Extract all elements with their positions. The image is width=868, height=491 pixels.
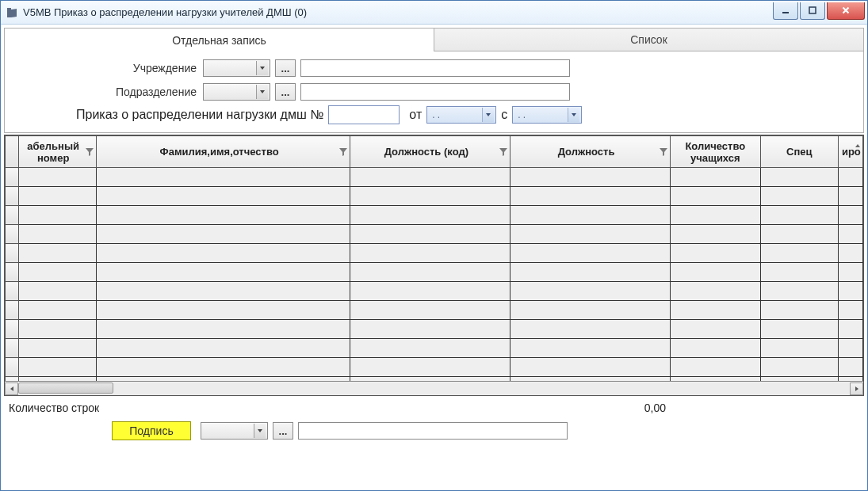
cell[interactable]	[510, 168, 671, 187]
cell[interactable]	[510, 282, 671, 301]
row-header[interactable]	[6, 282, 19, 301]
cell[interactable]	[510, 244, 671, 263]
row-header[interactable]	[6, 244, 19, 263]
cell[interactable]	[510, 225, 671, 244]
cell[interactable]	[18, 282, 96, 301]
cell[interactable]	[350, 263, 510, 282]
cell[interactable]	[350, 320, 510, 339]
cell[interactable]	[838, 225, 862, 244]
grid-body[interactable]: абельный номер Фамилия,имя,отчество Долж…	[5, 135, 863, 381]
row-header[interactable]	[6, 339, 19, 358]
cell[interactable]	[18, 225, 96, 244]
cell[interactable]	[838, 358, 862, 377]
cell[interactable]	[670, 187, 760, 206]
row-header[interactable]	[6, 301, 19, 320]
row-header[interactable]	[6, 168, 19, 187]
col-tail[interactable]: иро	[838, 136, 862, 168]
col-tabno[interactable]: абельный номер	[18, 136, 96, 168]
cell[interactable]	[96, 301, 350, 320]
table-row[interactable]	[6, 168, 863, 187]
filter-icon[interactable]	[85, 147, 94, 157]
filter-icon[interactable]	[338, 147, 348, 157]
cell[interactable]	[670, 244, 760, 263]
department-browse-button[interactable]: ...	[275, 83, 296, 101]
sign-text[interactable]	[298, 422, 568, 440]
row-header[interactable]	[6, 263, 19, 282]
department-combo[interactable]	[203, 83, 270, 101]
cell[interactable]	[760, 358, 838, 377]
cell[interactable]	[838, 206, 862, 225]
cell[interactable]	[96, 206, 350, 225]
institution-combo[interactable]	[203, 59, 270, 77]
cell[interactable]	[350, 225, 510, 244]
col-fio[interactable]: Фамилия,имя,отчество	[96, 136, 350, 168]
cell[interactable]	[350, 282, 510, 301]
cell[interactable]	[838, 320, 862, 339]
row-header[interactable]	[6, 225, 19, 244]
institution-text[interactable]	[300, 59, 570, 77]
cell[interactable]	[670, 168, 760, 187]
cell[interactable]	[350, 339, 510, 358]
table-row[interactable]	[6, 244, 863, 263]
horizontal-scrollbar[interactable]	[5, 381, 863, 395]
cell[interactable]	[760, 206, 838, 225]
cell[interactable]	[670, 320, 760, 339]
cell[interactable]	[760, 168, 838, 187]
cell[interactable]	[670, 358, 760, 377]
cell[interactable]	[760, 301, 838, 320]
order-number-input[interactable]	[328, 105, 400, 124]
cell[interactable]	[96, 225, 350, 244]
department-text[interactable]	[300, 83, 570, 101]
cell[interactable]	[838, 244, 862, 263]
cell[interactable]	[350, 206, 510, 225]
row-header[interactable]	[6, 206, 19, 225]
row-header[interactable]	[6, 187, 19, 206]
table-row[interactable]	[6, 339, 863, 358]
cell[interactable]	[760, 244, 838, 263]
col-post-code[interactable]: Должность (код)	[350, 136, 510, 168]
scroll-left-button[interactable]	[5, 383, 18, 395]
cell[interactable]	[838, 301, 862, 320]
cell[interactable]	[96, 168, 350, 187]
cell[interactable]	[510, 339, 671, 358]
cell[interactable]	[18, 244, 96, 263]
tab-list[interactable]: Список	[434, 28, 864, 51]
cell[interactable]	[510, 263, 671, 282]
table-row[interactable]	[6, 320, 863, 339]
cell[interactable]	[18, 263, 96, 282]
col-post[interactable]: Должность	[510, 136, 671, 168]
institution-browse-button[interactable]: ...	[275, 59, 296, 77]
cell[interactable]	[510, 358, 671, 377]
cell[interactable]	[670, 206, 760, 225]
cell[interactable]	[670, 225, 760, 244]
cell[interactable]	[510, 206, 671, 225]
cell[interactable]	[350, 301, 510, 320]
sign-combo[interactable]	[201, 422, 268, 440]
cell[interactable]	[838, 282, 862, 301]
cell[interactable]	[838, 263, 862, 282]
cell[interactable]	[760, 225, 838, 244]
filter-icon[interactable]	[659, 147, 668, 157]
cell[interactable]	[96, 339, 350, 358]
cell[interactable]	[350, 168, 510, 187]
table-row[interactable]	[6, 225, 863, 244]
cell[interactable]	[18, 301, 96, 320]
cell[interactable]	[18, 187, 96, 206]
cell[interactable]	[838, 168, 862, 187]
table-row[interactable]	[6, 206, 863, 225]
cell[interactable]	[670, 339, 760, 358]
titlebar[interactable]: V5MB Приказ о распределении нагрузки учи…	[1, 1, 867, 25]
cell[interactable]	[96, 263, 350, 282]
cell[interactable]	[760, 282, 838, 301]
cell[interactable]	[18, 320, 96, 339]
cell[interactable]	[760, 339, 838, 358]
cell[interactable]	[96, 358, 350, 377]
cell[interactable]	[96, 244, 350, 263]
scroll-thumb[interactable]	[18, 383, 113, 394]
cell[interactable]	[760, 320, 838, 339]
col-students[interactable]: Количество учащихся	[670, 136, 760, 168]
cell[interactable]	[350, 187, 510, 206]
cell[interactable]	[760, 263, 838, 282]
table-row[interactable]	[6, 187, 863, 206]
scroll-right-button[interactable]	[850, 383, 863, 395]
